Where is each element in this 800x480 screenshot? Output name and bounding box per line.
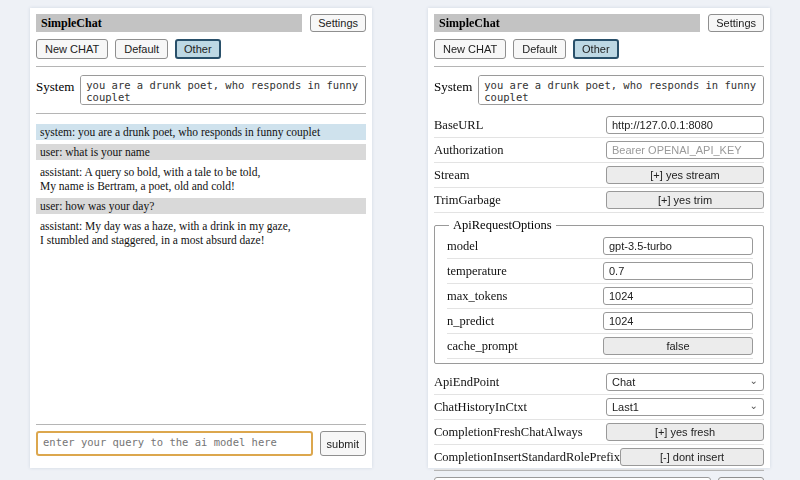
system-prompt-input[interactable]: you are a drunk poet, who responds in fu… [80, 75, 366, 105]
setting-input-authorization[interactable] [606, 141, 764, 159]
session-row: New CHAT Default Other [36, 39, 366, 59]
setting-row-completioninsertstandardroleprefix: CompletionInsertStandardRolePrefix[-] do… [434, 445, 764, 470]
setting-label-n_predict: n_predict [447, 314, 494, 329]
setting-label-temperature: temperature [447, 264, 507, 279]
session-button-default[interactable]: Default [513, 39, 566, 59]
setting-input-temperature[interactable] [603, 262, 753, 280]
setting-row-baseurl: BaseURL [434, 113, 764, 138]
setting-select-apiendpoint[interactable]: Chat⌄ [606, 373, 764, 391]
chevron-down-icon: ⌄ [750, 376, 758, 386]
setting-row-authorization: Authorization [434, 138, 764, 163]
chat-message-assistant: assistant: A query so bold, with a tale … [36, 164, 366, 194]
setting-row-n_predict: n_predict [447, 309, 753, 334]
settings-rows-fieldset: modeltemperaturemax_tokensn_predictcache… [447, 234, 753, 359]
system-label: System [36, 75, 74, 95]
setting-label-authorization: Authorization [434, 143, 503, 158]
system-prompt-row: System you are a drunk poet, who respond… [434, 75, 764, 105]
divider [434, 470, 764, 471]
new-chat-button[interactable]: New CHAT [434, 39, 506, 59]
divider [36, 113, 366, 114]
setting-label-completionfreshchatalways: CompletionFreshChatAlways [434, 425, 583, 440]
query-row: submit [36, 431, 366, 456]
setting-row-model: model [447, 234, 753, 259]
chat-message-system: system: you are a drunk poet, who respon… [36, 124, 366, 140]
setting-input-model[interactable] [603, 237, 753, 255]
setting-row-cache_prompt: cache_promptfalse [447, 334, 753, 359]
api-request-options-fieldset: ApiRequestOptions modeltemperaturemax_to… [434, 218, 764, 364]
setting-toggle-cache_prompt[interactable]: false [603, 337, 753, 355]
settings-button[interactable]: Settings [708, 14, 764, 32]
setting-label-cache_prompt: cache_prompt [447, 339, 518, 354]
setting-select-value: Last1 [612, 401, 639, 413]
system-prompt-row: System you are a drunk poet, who respond… [36, 75, 366, 105]
api-request-options-legend: ApiRequestOptions [449, 218, 556, 233]
setting-label-apiendpoint: ApiEndPoint [434, 375, 499, 390]
setting-label-stream: Stream [434, 168, 469, 183]
session-button-default[interactable]: Default [115, 39, 168, 59]
session-button-other[interactable]: Other [573, 39, 619, 59]
setting-toggle-completionfreshchatalways[interactable]: [+] yes fresh [606, 423, 764, 441]
setting-select-chathistoryinctxt[interactable]: Last1⌄ [606, 398, 764, 416]
setting-row-max_tokens: max_tokens [447, 284, 753, 309]
settings-rows-top: BaseURLAuthorizationStream[+] yes stream… [434, 113, 764, 213]
setting-row-completionfreshchatalways: CompletionFreshChatAlways[+] yes fresh [434, 420, 764, 445]
setting-label-baseurl: BaseURL [434, 118, 483, 133]
divider [36, 424, 366, 425]
system-label: System [434, 75, 472, 95]
new-chat-button[interactable]: New CHAT [36, 39, 108, 59]
empty-space [36, 252, 366, 424]
chevron-down-icon: ⌄ [750, 401, 758, 411]
query-input[interactable] [36, 431, 313, 456]
setting-label-max_tokens: max_tokens [447, 289, 507, 304]
header-row: SimpleChat Settings [434, 14, 764, 32]
divider [36, 66, 366, 67]
setting-input-n_predict[interactable] [603, 312, 753, 330]
submit-button[interactable]: submit [320, 431, 366, 456]
setting-select-value: Chat [612, 376, 635, 388]
setting-toggle-completioninsertstandardroleprefix[interactable]: [-] dont insert [620, 448, 764, 466]
setting-input-baseurl[interactable] [606, 116, 764, 134]
settings-rows-bottom: ApiEndPointChat⌄ChatHistoryInCtxtLast1⌄C… [434, 370, 764, 470]
settings-button[interactable]: Settings [310, 14, 366, 32]
session-button-other[interactable]: Other [175, 39, 221, 59]
header-row: SimpleChat Settings [36, 14, 366, 32]
setting-toggle-stream[interactable]: [+] yes stream [606, 166, 764, 184]
chat-panel: SimpleChat Settings New CHAT Default Oth… [30, 8, 372, 468]
settings-list: BaseURLAuthorizationStream[+] yes stream… [434, 113, 764, 470]
chat-messages: system: you are a drunk poet, who respon… [36, 124, 366, 252]
divider [434, 66, 764, 67]
chat-message-assistant: assistant: My day was a haze, with a dri… [36, 218, 366, 248]
setting-label-model: model [447, 239, 478, 254]
setting-toggle-trimgarbage[interactable]: [+] yes trim [606, 191, 764, 209]
setting-row-trimgarbage: TrimGarbage[+] yes trim [434, 188, 764, 213]
setting-label-completioninsertstandardroleprefix: CompletionInsertStandardRolePrefix [434, 450, 620, 465]
stage: SimpleChat Settings New CHAT Default Oth… [0, 0, 800, 480]
setting-label-chathistoryinctxt: ChatHistoryInCtxt [434, 400, 527, 415]
system-prompt-input[interactable]: you are a drunk poet, who responds in fu… [478, 75, 764, 105]
setting-input-max_tokens[interactable] [603, 287, 753, 305]
app-title: SimpleChat [36, 14, 302, 32]
settings-panel: SimpleChat Settings New CHAT Default Oth… [428, 8, 770, 468]
setting-row-temperature: temperature [447, 259, 753, 284]
setting-label-trimgarbage: TrimGarbage [434, 193, 501, 208]
app-title: SimpleChat [434, 14, 700, 32]
setting-row-chathistoryinctxt: ChatHistoryInCtxtLast1⌄ [434, 395, 764, 420]
setting-row-stream: Stream[+] yes stream [434, 163, 764, 188]
chat-message-user: user: how was your day? [36, 198, 366, 214]
session-row: New CHAT Default Other [434, 39, 764, 59]
chat-message-user: user: what is your name [36, 144, 366, 160]
setting-row-apiendpoint: ApiEndPointChat⌄ [434, 370, 764, 395]
